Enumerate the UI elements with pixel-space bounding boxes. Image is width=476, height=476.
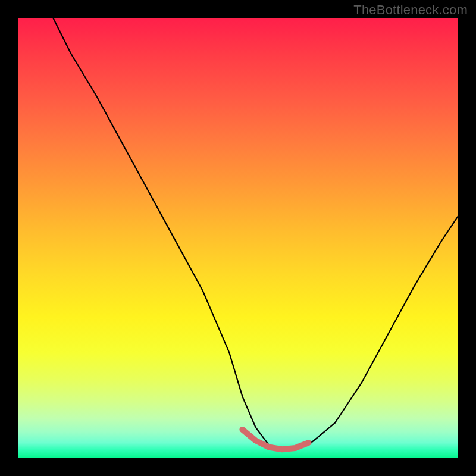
chart-frame: TheBottleneck.com: [0, 0, 476, 476]
curve-layer: [18, 18, 458, 458]
bottleneck-curve: [53, 18, 458, 449]
plot-area: [18, 18, 458, 458]
watermark-text: TheBottleneck.com: [353, 2, 468, 18]
optimal-range-highlight: [242, 430, 308, 449]
